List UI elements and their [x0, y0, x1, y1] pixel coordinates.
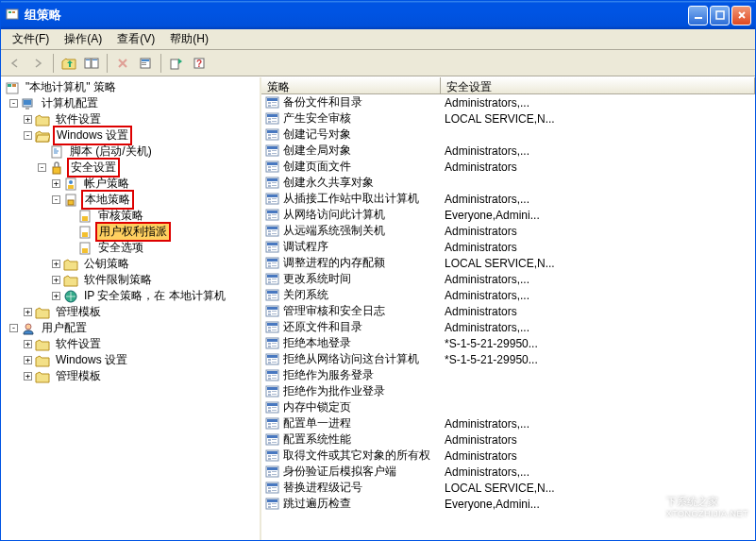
list-row[interactable]: 产生安全审核LOCAL SERVICE,N... — [261, 110, 755, 127]
list-row[interactable]: 更改系统时间Administrators,... — [261, 271, 755, 287]
tree-windows-settings[interactable]: - Windows 设置 — [1, 127, 260, 144]
policy-name: 创建全局对象 — [283, 143, 351, 159]
list-row[interactable]: 配置单一进程Administrators,... — [261, 415, 755, 431]
list-row[interactable]: 拒绝作为批作业登录 — [261, 383, 755, 399]
list-row[interactable]: 配置系统性能Administrators — [261, 431, 755, 448]
list-row[interactable]: 从插接工作站中取出计算机Administrators,... — [261, 191, 755, 207]
svg-rect-75 — [268, 198, 271, 200]
tree-security-options[interactable]: 安全选项 — [1, 240, 260, 256]
tree-software-settings2[interactable]: + 软件设置 — [1, 336, 260, 352]
menu-file[interactable]: 文件(F) — [5, 29, 57, 49]
show-hide-button[interactable] — [81, 53, 102, 74]
tree-local-policy[interactable]: - 本地策略 — [1, 192, 260, 208]
tree-public-key[interactable]: + 公钥策略 — [1, 256, 260, 272]
tree-user-rights[interactable]: 用户权利指派 — [1, 224, 260, 240]
expand-icon[interactable]: + — [21, 353, 35, 367]
tree-pane[interactable]: "本地计算机" 策略 - 计算机配置 + 软件设置 - — [1, 77, 261, 540]
expand-icon[interactable]: + — [21, 337, 35, 351]
minimize-button[interactable] — [688, 6, 708, 25]
svg-rect-74 — [267, 194, 277, 197]
window-title: 组策略 — [25, 7, 688, 24]
list-row[interactable]: 管理审核和安全日志Administrators — [261, 303, 755, 319]
svg-rect-184 — [272, 487, 277, 488]
svg-rect-180 — [272, 474, 277, 475]
export-button[interactable] — [166, 53, 187, 74]
svg-rect-159 — [268, 423, 271, 425]
svg-rect-94 — [272, 246, 277, 247]
svg-rect-28 — [68, 200, 74, 205]
policy-name: 替换进程级记号 — [283, 480, 362, 496]
svg-rect-166 — [272, 439, 277, 440]
collapse-icon[interactable]: - — [35, 161, 49, 175]
expand-icon[interactable]: + — [49, 257, 63, 271]
tree-security-settings[interactable]: - 安全设置 — [1, 160, 260, 176]
tree-scripts[interactable]: 脚本 (启动/关机) — [1, 144, 260, 160]
menu-view[interactable]: 查看(V) — [109, 29, 162, 49]
list-row[interactable]: 调试程序Administrators — [261, 239, 755, 255]
svg-rect-167 — [268, 442, 271, 444]
list-row[interactable]: 拒绝本地登录*S-1-5-21-29950... — [261, 335, 755, 351]
expand-icon[interactable]: + — [49, 289, 63, 303]
collapse-icon[interactable]: - — [7, 321, 21, 335]
svg-rect-173 — [268, 458, 271, 460]
expand-icon[interactable]: + — [21, 369, 35, 383]
column-setting[interactable]: 安全设置 — [441, 77, 755, 94]
svg-rect-125 — [268, 330, 271, 331]
collapse-icon[interactable]: - — [49, 193, 63, 207]
collapse-icon[interactable]: - — [7, 96, 21, 110]
svg-rect-92 — [267, 243, 277, 245]
svg-rect-63 — [268, 166, 271, 168]
list-row[interactable]: 内存中锁定页 — [261, 399, 755, 415]
tree-computer-config[interactable]: - 计算机配置 — [1, 95, 260, 111]
policy-name: 创建记号对象 — [283, 127, 351, 143]
maximize-button[interactable] — [710, 6, 730, 25]
tree-admin-templates[interactable]: + 管理模板 — [1, 304, 260, 320]
expand-icon[interactable]: + — [49, 177, 63, 191]
list-row[interactable]: 关闭系统Administrators,... — [261, 287, 755, 303]
tree-user-config[interactable]: - 用户配置 — [1, 320, 260, 336]
menu-action[interactable]: 操作(A) — [57, 29, 109, 49]
list-row[interactable]: 调整进程的内存配额LOCAL SERVICE,N... — [261, 255, 755, 271]
column-policy[interactable]: 策略 — [261, 77, 441, 94]
list-row[interactable]: 身份验证后模拟客户端Administrators,... — [261, 464, 755, 480]
tree-ip-security[interactable]: + IP 安全策略，在 本地计算机 — [1, 288, 260, 304]
list-pane[interactable]: 策略 安全设置 备份文件和目录Administrators,...产生安全审核L… — [261, 77, 755, 540]
close-button[interactable] — [731, 6, 751, 25]
list-row[interactable]: 拒绝从网络访问这台计算机*S-1-5-21-29950... — [261, 351, 755, 367]
tree-software-restrict[interactable]: + 软件限制策略 — [1, 272, 260, 288]
menu-help[interactable]: 帮助(H) — [162, 29, 216, 49]
policy-value: *S-1-5-21-29950... — [441, 337, 755, 350]
up-button[interactable] — [59, 53, 79, 74]
expand-icon[interactable]: + — [21, 305, 35, 319]
expand-icon[interactable]: + — [49, 273, 63, 287]
tree-admin-templates2[interactable]: + 管理模板 — [1, 368, 260, 384]
help-button[interactable]: ? — [189, 53, 210, 74]
policy-name: 跳过遍历检查 — [283, 496, 351, 512]
list-row[interactable]: 取得文件或其它对象的所有权Administrators — [261, 448, 755, 464]
tree-windows-settings2[interactable]: + Windows 设置 — [1, 352, 260, 368]
tree-root[interactable]: "本地计算机" 策略 — [1, 79, 260, 95]
list-row[interactable]: 创建永久共享对象 — [261, 175, 755, 191]
list-row[interactable]: 跳过遍历检查Everyone,Admini... — [261, 496, 755, 512]
svg-rect-146 — [267, 387, 277, 390]
titlebar: 组策略 — [1, 1, 755, 29]
expand-icon[interactable]: + — [21, 112, 35, 127]
collapse-icon[interactable]: - — [21, 128, 35, 143]
policy-name: 调整进程的内存配额 — [283, 255, 385, 271]
list-header: 策略 安全设置 — [261, 77, 755, 94]
list-row[interactable]: 还原文件和目录Administrators,... — [261, 319, 755, 335]
list-row[interactable]: 备份文件和目录Administrators,... — [261, 94, 755, 110]
list-row[interactable]: 创建页面文件Administrators — [261, 159, 755, 175]
properties-button[interactable] — [135, 53, 156, 74]
list-row[interactable]: 创建记号对象 — [261, 127, 755, 143]
svg-rect-57 — [268, 150, 271, 152]
list-row[interactable]: 拒绝作为服务登录 — [261, 367, 755, 383]
svg-rect-62 — [267, 162, 277, 165]
list-row[interactable]: 替换进程级记号LOCAL SERVICE,N... — [261, 480, 755, 496]
list-row[interactable]: 从远端系统强制关机Administrators — [261, 223, 755, 239]
list-row[interactable]: 从网络访问此计算机Everyone,Admini... — [261, 207, 755, 223]
list-row[interactable]: 创建全局对象Administrators,... — [261, 143, 755, 159]
policy-name: 产生安全审核 — [283, 110, 351, 127]
svg-rect-138 — [272, 362, 277, 363]
svg-rect-52 — [272, 134, 277, 135]
